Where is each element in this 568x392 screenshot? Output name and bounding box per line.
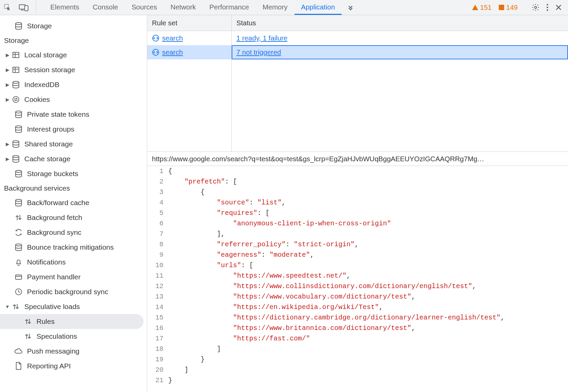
line-number: 11: [147, 271, 168, 281]
sidebar-item-bfcache[interactable]: Back/forward cache: [0, 195, 147, 210]
arrows-updown-icon: [23, 331, 33, 341]
line-number: 7: [147, 229, 168, 239]
database-icon: [11, 139, 21, 149]
tab-application[interactable]: Application: [294, 0, 342, 15]
sidebar-item-bounce-tracking[interactable]: Bounce tracking mitigations: [0, 240, 147, 255]
tab-label: Performance: [209, 3, 249, 11]
line-number: 17: [147, 333, 168, 344]
database-icon: [14, 21, 24, 31]
tab-elements[interactable]: Elements: [44, 0, 86, 15]
tab-label: Network: [171, 3, 196, 11]
ruleset-table-row[interactable]: search 1 ready, 1 failure: [147, 31, 568, 45]
rules-panel: Rule set Status search 1 ready, 1 failur…: [147, 15, 568, 392]
tab-memory[interactable]: Memory: [256, 0, 294, 15]
sidebar-item-session-storage[interactable]: ▶ Session storage: [0, 62, 147, 77]
line-number: 3: [147, 187, 168, 197]
issue-count: 149: [506, 3, 518, 11]
ruleset-status-link[interactable]: 7 not triggered: [236, 48, 281, 56]
sidebar-item-label: Private state tokens: [27, 110, 89, 118]
settings-gear-icon[interactable]: [532, 3, 540, 11]
code-icon: [152, 49, 159, 56]
line-number: 16: [147, 323, 168, 333]
sidebar-item-local-storage[interactable]: ▶ Local storage: [0, 48, 147, 62]
tabs-overflow-icon[interactable]: [342, 0, 359, 15]
inspect-element-icon[interactable]: [3, 3, 11, 11]
sidebar-item-indexeddb[interactable]: ▶ IndexedDB: [0, 77, 147, 92]
sidebar-item-label: IndexedDB: [24, 81, 59, 89]
more-vertical-icon[interactable]: [546, 4, 548, 11]
table-icon: [11, 65, 21, 75]
ruleset-status-link[interactable]: 1 ready, 1 failure: [236, 34, 287, 42]
sidebar-item-notifications[interactable]: Notifications: [0, 255, 147, 270]
clock-icon: [14, 287, 24, 297]
sidebar-item-reporting-api[interactable]: Reporting API: [0, 359, 147, 373]
table-icon: [11, 50, 21, 60]
ruleset-table: Rule set Status search 1 ready, 1 failur…: [147, 15, 568, 152]
sidebar-item-label: Background fetch: [27, 214, 82, 222]
line-number: 21: [147, 375, 168, 386]
tab-sources[interactable]: Sources: [125, 0, 164, 15]
tab-console[interactable]: Console: [86, 0, 125, 15]
chevron-right-icon[interactable]: ▶: [4, 156, 11, 162]
svg-rect-4: [499, 5, 504, 10]
sidebar-item-speculations[interactable]: Speculations: [0, 329, 147, 344]
sidebar-item-speculative-loads[interactable]: ▼ Speculative loads: [0, 299, 147, 314]
sidebar-item-bg-fetch[interactable]: Background fetch: [0, 210, 147, 225]
column-header-status[interactable]: Status: [232, 15, 568, 31]
chevron-right-icon[interactable]: ▶: [4, 52, 11, 58]
database-icon: [14, 242, 24, 252]
chevron-right-icon[interactable]: ▶: [4, 97, 11, 102]
sidebar-item-interest-groups[interactable]: Interest groups: [0, 122, 147, 137]
chevron-down-icon[interactable]: ▼: [4, 304, 11, 309]
tab-performance[interactable]: Performance: [203, 0, 256, 15]
svg-point-23: [17, 100, 17, 101]
close-icon[interactable]: [555, 4, 562, 11]
sidebar-item-label: Session storage: [24, 66, 75, 74]
sidebar-item-label: Notifications: [27, 258, 66, 266]
svg-rect-15: [13, 67, 19, 73]
chevron-right-icon[interactable]: ▶: [4, 141, 11, 147]
ruleset-table-row[interactable]: search 7 not triggered: [147, 45, 568, 59]
svg-rect-3: [25, 6, 28, 11]
line-number: 18: [147, 344, 168, 354]
sidebar-item-storage-buckets[interactable]: Storage buckets: [0, 166, 147, 181]
sidebar-item-private-state-tokens[interactable]: Private state tokens: [0, 107, 147, 122]
tab-network[interactable]: Network: [164, 0, 203, 15]
sidebar-item-periodic-bg-sync[interactable]: Periodic background sync: [0, 284, 147, 299]
line-number: 5: [147, 208, 168, 218]
issues-button[interactable]: 149: [498, 3, 518, 11]
sidebar-item-push-messaging[interactable]: Push messaging: [0, 344, 147, 359]
database-icon: [11, 154, 21, 164]
ruleset-name-link[interactable]: search: [162, 34, 183, 42]
sidebar-item-label: Reporting API: [27, 362, 71, 370]
sidebar-item-label: Push messaging: [27, 347, 79, 355]
code-icon: [152, 34, 159, 42]
database-icon: [14, 198, 24, 208]
device-toolbar-icon[interactable]: [19, 4, 28, 11]
sidebar-item-rules[interactable]: Rules: [0, 314, 144, 329]
sidebar-item-shared-storage[interactable]: ▶ Shared storage: [0, 137, 147, 151]
ruleset-json-viewer[interactable]: 1{ 2 "prefetch": [ 3 { 4 "source": "list…: [147, 166, 568, 392]
bell-icon: [14, 257, 24, 267]
sidebar-item-label: Interest groups: [27, 125, 74, 133]
svg-point-5: [535, 6, 537, 8]
svg-point-11: [16, 23, 22, 25]
sidebar-item-cache-storage[interactable]: ▶ Cache storage: [0, 151, 147, 166]
tab-label: Sources: [132, 3, 157, 11]
sidebar-item-storage-summary[interactable]: Storage: [0, 19, 147, 33]
sidebar-heading-storage: Storage: [0, 33, 147, 48]
sidebar-item-label: Cache storage: [24, 155, 71, 163]
chevron-right-icon[interactable]: ▶: [4, 67, 11, 73]
column-header-ruleset[interactable]: Rule set: [147, 15, 232, 31]
line-number: 2: [147, 176, 168, 187]
sidebar-item-bg-sync[interactable]: Background sync: [0, 225, 147, 240]
ruleset-name-link[interactable]: search: [162, 48, 183, 56]
warnings-triangle-button[interactable]: 151: [472, 3, 492, 11]
sidebar-item-cookies[interactable]: ▶ Cookies: [0, 92, 147, 107]
sidebar-item-payment-handler[interactable]: Payment handler: [0, 270, 147, 284]
sidebar-item-label: Background sync: [27, 228, 81, 236]
application-sidebar: Storage Storage ▶ Local storage ▶ Sessio…: [0, 15, 147, 392]
line-number: 10: [147, 260, 168, 271]
sidebar-item-label: Local storage: [24, 51, 67, 59]
chevron-right-icon[interactable]: ▶: [4, 82, 11, 87]
